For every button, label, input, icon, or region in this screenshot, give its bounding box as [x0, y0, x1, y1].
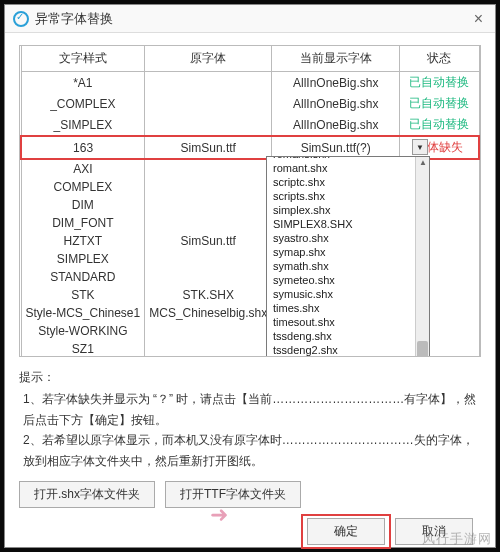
cell-curr: AllInOneBig.shx [272, 114, 400, 136]
hint-1: 1、若字体缺失并显示为 “？” 时，请点击【当前……………………………有字体】，… [19, 389, 481, 430]
cell-orig [145, 196, 272, 214]
cell-curr: AllInOneBig.shx [272, 72, 400, 94]
cell-style: *A1 [21, 72, 145, 94]
dropdown-item[interactable]: simplex.shx [267, 203, 429, 217]
cell-orig: STK.SHX [145, 286, 272, 304]
cell-orig [145, 159, 272, 178]
cell-orig: MCS_Chineselbig.shx [145, 304, 272, 322]
open-shx-button[interactable]: 打开.shx字体文件夹 [19, 481, 155, 508]
dropdown-item[interactable]: symap.shx [267, 245, 429, 259]
cell-style: _SIMPLEX [21, 114, 145, 136]
cell-style: _COMPLEX [21, 93, 145, 114]
cell-style: STANDARD [21, 268, 145, 286]
cell-status: 已自动替换 [400, 93, 479, 114]
cell-style: Style-MCS_Chinese1 [21, 304, 145, 322]
dropdown-item[interactable]: symusic.shx [267, 287, 429, 301]
hints-label: 提示： [19, 367, 481, 387]
dropdown-item[interactable]: tssdeng2.shx [267, 343, 429, 357]
hints-block: 提示： 1、若字体缺失并显示为 “？” 时，请点击【当前……………………………有… [19, 367, 481, 471]
scrollbar-thumb[interactable] [417, 341, 428, 357]
table-header-row: 文字样式 原字体 当前显示字体 状态 [21, 46, 479, 72]
cell-orig [145, 178, 272, 196]
cell-orig [145, 93, 272, 114]
col-header-curr: 当前显示字体 [272, 46, 400, 72]
cell-style: COMPLEX [21, 178, 145, 196]
titlebar: 异常字体替换 × [5, 5, 495, 33]
cell-style: STK [21, 286, 145, 304]
dropdown-item[interactable]: romant.shx [267, 161, 429, 175]
cell-curr: AllInOneBig.shx [272, 93, 400, 114]
dialog-buttons: 确定 取消 [19, 518, 481, 545]
dropdown-item[interactable]: symath.shx [267, 259, 429, 273]
font-dropdown[interactable]: isoct.shxisoct2.shxisoct3.shxitalic.shxi… [266, 156, 430, 357]
cell-style: SIMPLEX [21, 250, 145, 268]
dialog-window: 异常字体替换 × 文字样式 原字体 当前显示字体 状态 *A1AllInOneB… [4, 4, 496, 548]
scrollbar[interactable]: ▲ ▼ [415, 157, 429, 357]
cell-style: DIM [21, 196, 145, 214]
chevron-down-icon[interactable]: ▼ [412, 139, 428, 155]
cell-status: 已自动替换 [400, 114, 479, 136]
cell-orig [145, 72, 272, 94]
folder-buttons: 打开.shx字体文件夹 打开TTF字体文件夹 [19, 481, 481, 508]
cell-style: Style-WORKING [21, 322, 145, 340]
dropdown-item[interactable]: scriptc.shx [267, 175, 429, 189]
table-row[interactable]: _SIMPLEXAllInOneBig.shx已自动替换 [21, 114, 479, 136]
ok-button[interactable]: 确定 [307, 518, 385, 545]
cell-style: AXI [21, 159, 145, 178]
table-row[interactable]: *A1AllInOneBig.shx已自动替换 [21, 72, 479, 94]
dropdown-item[interactable]: scripts.shx [267, 189, 429, 203]
dropdown-item[interactable]: tssdeng.shx [267, 329, 429, 343]
open-ttf-button[interactable]: 打开TTF字体文件夹 [165, 481, 301, 508]
col-header-orig: 原字体 [145, 46, 272, 72]
dropdown-item[interactable]: syastro.shx [267, 231, 429, 245]
cell-orig [145, 250, 272, 268]
window-title: 异常字体替换 [35, 10, 113, 28]
cell-style: DIM_FONT [21, 214, 145, 232]
col-header-status: 状态 [400, 46, 479, 72]
cell-orig [145, 114, 272, 136]
cell-orig: SimSun.ttf [145, 232, 272, 250]
cell-style: SZ1 [21, 340, 145, 357]
content-area: 文字样式 原字体 当前显示字体 状态 *A1AllInOneBig.shx已自动… [5, 33, 495, 552]
watermark: 风行手游网 [422, 530, 492, 548]
cell-orig [145, 340, 272, 357]
annotation-arrow-icon: ➜ [210, 502, 228, 528]
dropdown-item[interactable]: timesout.shx [267, 315, 429, 329]
dropdown-item[interactable]: times.shx [267, 301, 429, 315]
scroll-up-icon[interactable]: ▲ [419, 158, 427, 167]
cell-orig [145, 214, 272, 232]
dropdown-item[interactable]: SIMPLEX8.SHX [267, 217, 429, 231]
dropdown-item[interactable]: symeteo.shx [267, 273, 429, 287]
close-icon[interactable]: × [470, 10, 487, 28]
cell-orig [145, 268, 272, 286]
cell-orig [145, 322, 272, 340]
font-table: 文字样式 原字体 当前显示字体 状态 *A1AllInOneBig.shx已自动… [19, 45, 481, 357]
table-row[interactable]: _COMPLEXAllInOneBig.shx已自动替换 [21, 93, 479, 114]
cell-orig: SimSun.ttf [145, 136, 272, 159]
cell-status: 已自动替换 [400, 72, 479, 94]
hint-2: 2、若希望以原字体显示，而本机又没有原字体时……………………………失的字体，放到… [19, 430, 481, 471]
app-icon [13, 11, 29, 27]
cell-style: HZTXT [21, 232, 145, 250]
cell-style: 163 [21, 136, 145, 159]
col-header-style: 文字样式 [21, 46, 145, 72]
